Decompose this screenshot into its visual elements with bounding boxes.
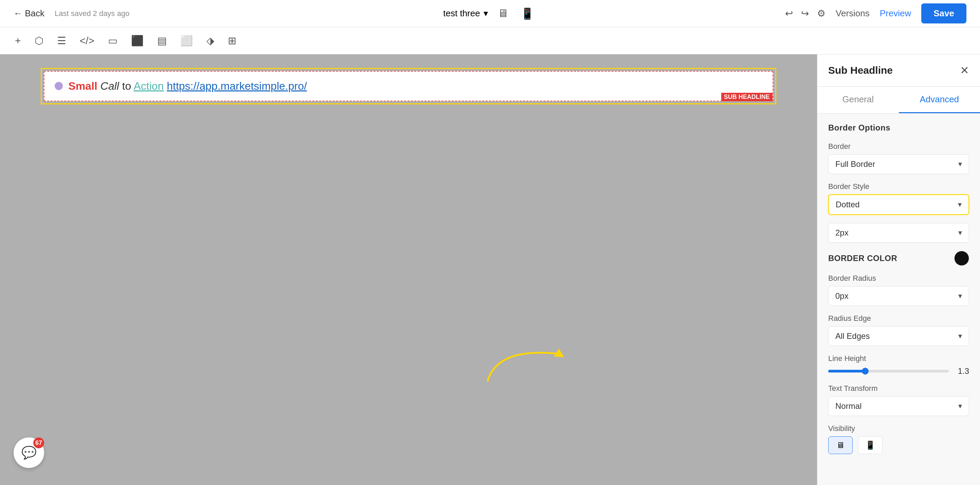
back-button[interactable]: ← Back	[14, 8, 45, 19]
text-action: Action	[134, 80, 164, 92]
border-style-label: Border Style	[828, 182, 969, 191]
desktop-icon[interactable]: 🖥	[495, 5, 511, 23]
chat-bubble[interactable]: 💬 67	[14, 437, 44, 468]
selected-element-inner[interactable]: Small Call to Action https://app.markets…	[44, 71, 773, 101]
mobile-icon[interactable]: 📱	[518, 5, 537, 23]
block-icon[interactable]: ▤	[154, 32, 169, 49]
panel-title: Sub Headline	[828, 65, 893, 76]
border-radius-label: Border Radius	[828, 274, 969, 283]
section-icon[interactable]: ⬛	[128, 32, 146, 49]
text-transform-label: Text Transform	[828, 384, 969, 393]
radius-edge-value: All Edges	[835, 331, 870, 341]
canvas: Small Call to Action https://app.markets…	[0, 54, 817, 485]
border-color-swatch[interactable]	[954, 251, 969, 266]
line-height-track[interactable]	[828, 370, 949, 372]
text-transform-value: Normal	[835, 401, 861, 411]
border-style-select[interactable]: Dotted ▾	[828, 195, 969, 215]
text-small: Small	[68, 80, 97, 92]
radius-edge-field: Radius Edge All Edges ▾	[828, 314, 969, 346]
text-to: to	[122, 80, 134, 92]
topbar: ← Back Last saved 2 days ago test three …	[0, 0, 980, 27]
tab-advanced[interactable]: Advanced	[899, 87, 980, 113]
border-width-select[interactable]: 2px ▾	[828, 223, 969, 242]
visibility-field: Visibility 🖥 📱	[828, 424, 969, 454]
line-height-label: Line Height	[828, 354, 969, 363]
border-options-title: Border Options	[828, 123, 969, 132]
layers-icon[interactable]: ⬡	[32, 32, 46, 49]
border-style-field: Border Style Dotted ▾	[828, 182, 969, 215]
topbar-right: ↩ ↪ ⚙ Versions Preview Save	[785, 3, 966, 24]
text-transform-select[interactable]: Normal ▾	[828, 396, 969, 416]
chevron-down-icon-6: ▾	[958, 402, 962, 410]
radius-edge-select[interactable]: All Edges ▾	[828, 326, 969, 346]
panel-header: Sub Headline ✕	[817, 54, 980, 87]
toolbar: + ⬡ ☰ </> ▭ ⬛ ▤ ⬜ ⬗ ⊞	[0, 27, 980, 54]
chevron-down-icon-5: ▾	[958, 332, 962, 341]
border-value: Full Border	[835, 160, 875, 169]
border-radius-value: 0px	[835, 291, 849, 301]
sub-headline-badge: SUB HEADLINE	[721, 93, 773, 101]
topbar-center: test three ▾ 🖥 📱	[443, 5, 536, 23]
slider-thumb[interactable]	[862, 368, 869, 375]
preview-button[interactable]: Preview	[880, 8, 911, 19]
text-url: https://app.marketsimple.pro/	[167, 80, 307, 92]
visibility-label: Visibility	[828, 424, 969, 433]
text-transform-field: Text Transform Normal ▾	[828, 384, 969, 416]
bullet-icon	[55, 82, 63, 90]
panel-body: Border Options Border Full Border ▾ Bord…	[817, 113, 980, 464]
save-button[interactable]: Save	[921, 3, 966, 24]
line-height-value: 1.3	[956, 366, 969, 376]
settings-icon[interactable]: ⚙	[817, 8, 826, 19]
versions-button[interactable]: Versions	[836, 8, 870, 19]
chevron-down-icon: ▾	[958, 160, 962, 169]
tab-general[interactable]: General	[817, 87, 899, 113]
border-style-value: Dotted	[836, 200, 860, 209]
visibility-desktop-icon[interactable]: 🖥	[828, 436, 853, 454]
border-radius-select[interactable]: 0px ▾	[828, 286, 969, 306]
border-field: Border Full Border ▾	[828, 142, 969, 174]
chat-widget[interactable]: 💬 67	[14, 437, 48, 471]
border-color-label: BORDER COLOR	[828, 254, 897, 263]
visibility-icons: 🖥 📱	[828, 436, 969, 454]
line-height-slider-row: 1.3	[828, 366, 969, 376]
redo-icon[interactable]: ↪	[801, 8, 809, 19]
arrow-annotation	[477, 320, 586, 390]
radius-edge-label: Radius Edge	[828, 314, 969, 323]
pages-icon[interactable]: ☰	[54, 32, 69, 49]
undo-icon[interactable]: ↩	[785, 8, 793, 19]
text-call: Call	[100, 80, 119, 92]
close-button[interactable]: ✕	[960, 64, 969, 77]
chat-badge: 67	[33, 437, 44, 448]
headline-text: Small Call to Action https://app.markets…	[68, 78, 307, 94]
chat-icon: 💬	[21, 445, 37, 460]
form-icon[interactable]: ⬜	[178, 32, 196, 49]
selected-element-outer[interactable]: Small Call to Action https://app.markets…	[41, 68, 776, 104]
panel-tabs: General Advanced	[817, 87, 980, 113]
nav-icon[interactable]: ⊞	[225, 32, 239, 49]
chevron-down-icon-3: ▾	[958, 228, 962, 237]
topbar-actions: ↩ ↪ ⚙	[785, 8, 826, 19]
chevron-down-icon-4: ▾	[958, 292, 962, 300]
chevron-down-icon-2: ▾	[958, 200, 962, 209]
media-icon[interactable]: ⬗	[204, 32, 217, 49]
border-label: Border	[828, 142, 969, 151]
border-radius-field: Border Radius 0px ▾	[828, 274, 969, 306]
main: Small Call to Action https://app.markets…	[0, 54, 980, 485]
add-icon[interactable]: +	[12, 32, 24, 49]
code-icon[interactable]: </>	[77, 32, 97, 49]
project-name-label: test three	[443, 8, 480, 19]
border-color-row: BORDER COLOR	[828, 251, 969, 266]
template-icon[interactable]: ▭	[105, 32, 120, 49]
device-icons: 🖥 📱	[495, 5, 537, 23]
right-panel: Sub Headline ✕ General Advanced Border O…	[817, 54, 980, 485]
border-width-value: 2px	[835, 228, 849, 238]
line-height-field: Line Height 1.3	[828, 354, 969, 376]
border-width-field: 2px ▾	[828, 223, 969, 242]
topbar-left: ← Back Last saved 2 days ago	[14, 8, 129, 19]
last-saved-text: Last saved 2 days ago	[55, 9, 129, 18]
slider-fill	[828, 370, 865, 372]
visibility-mobile-icon[interactable]: 📱	[858, 436, 883, 454]
project-name-chevron: ▾	[484, 8, 488, 19]
border-select[interactable]: Full Border ▾	[828, 154, 969, 174]
project-name[interactable]: test three ▾	[443, 8, 488, 19]
